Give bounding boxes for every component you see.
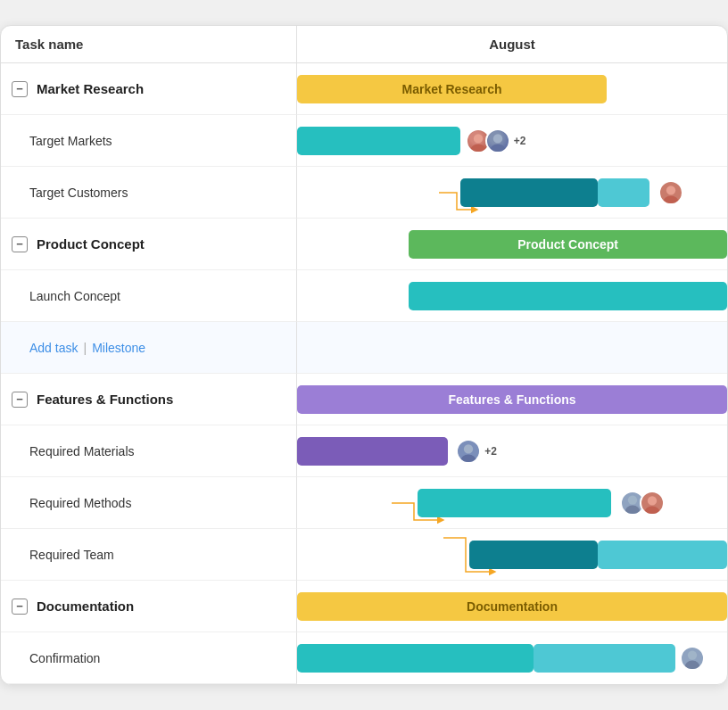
- avatar-2: [485, 128, 510, 153]
- task-label-required-team: Required Team: [29, 548, 114, 562]
- bar-row-launch-concept: [297, 270, 727, 322]
- gantt-bar-target-customers-2: [598, 178, 649, 207]
- collapse-icon-market-research[interactable]: −: [12, 81, 28, 97]
- svg-point-6: [464, 444, 473, 453]
- avatar-6: [640, 491, 665, 516]
- group-label-product-concept: Product Concept: [37, 236, 145, 252]
- add-task-row-right: [297, 322, 727, 374]
- group-documentation[interactable]: − Documentation: [1, 581, 297, 632]
- avatars-confirmation: [680, 646, 705, 671]
- gantt-bar-required-team: [469, 541, 599, 569]
- gantt-bar-market-research: Market Research: [297, 75, 607, 103]
- task-label-target-customers: Target Customers: [29, 186, 128, 200]
- divider: |: [83, 341, 87, 355]
- task-required-team: Required Team: [1, 529, 297, 581]
- task-launch-concept: Launch Concept: [1, 270, 297, 322]
- gantt-bar-launch-concept: [409, 282, 727, 310]
- avatar-4: [456, 439, 481, 464]
- task-target-customers: Target Customers: [1, 167, 297, 219]
- svg-point-5: [663, 195, 678, 205]
- gantt-bar-features-functions: Features & Functions: [297, 385, 727, 414]
- gantt-bar-required-materials: [297, 437, 448, 466]
- gantt-grid: Task name August − Market Research Marke…: [1, 26, 727, 684]
- gantt-bar-confirmation: [297, 644, 534, 673]
- collapse-icon-documentation[interactable]: −: [12, 599, 28, 615]
- svg-point-1: [470, 144, 485, 153]
- group-features-functions[interactable]: − Features & Functions: [1, 374, 297, 425]
- bar-row-target-markets: +2: [297, 115, 727, 167]
- avatars-target-markets: +2: [469, 128, 526, 153]
- avatars-required-methods: [620, 491, 665, 516]
- gantt-bar-confirmation-2: [534, 644, 675, 673]
- avatar-3: [658, 180, 683, 205]
- bar-documentation: Documentation: [297, 581, 727, 632]
- collapse-icon-features-functions[interactable]: −: [12, 392, 28, 408]
- bar-row-required-materials: +2: [297, 425, 727, 477]
- task-label-target-markets: Target Markets: [29, 134, 112, 148]
- gantt-bar-product-concept: Product Concept: [409, 230, 727, 259]
- date-col-header: August: [297, 26, 727, 63]
- avatar-7: [680, 646, 705, 671]
- milestone-link[interactable]: Milestone: [92, 341, 145, 355]
- svg-point-7: [461, 454, 476, 464]
- svg-point-12: [688, 650, 697, 659]
- gantt-bar-documentation: Documentation: [297, 592, 727, 621]
- task-required-materials: Required Materials: [1, 425, 297, 477]
- add-task-row-left: Add task | Milestone: [1, 322, 297, 374]
- task-confirmation: Confirmation: [1, 632, 297, 684]
- group-market-research[interactable]: − Market Research: [1, 63, 297, 115]
- task-label-required-materials: Required Materials: [29, 444, 135, 458]
- task-required-methods: Required Methods: [1, 477, 297, 529]
- svg-point-10: [647, 496, 656, 505]
- svg-point-4: [666, 186, 675, 194]
- bar-row-target-customers: [297, 167, 727, 219]
- svg-point-0: [474, 134, 483, 143]
- bar-row-required-methods: [297, 477, 727, 529]
- gantt-bar-required-team-2: [598, 541, 727, 569]
- task-label-confirmation: Confirmation: [29, 651, 100, 665]
- bar-features-functions: Features & Functions: [297, 374, 727, 425]
- svg-point-3: [490, 144, 505, 153]
- gantt-bar-required-methods: [418, 489, 611, 517]
- bar-row-required-team: [297, 529, 727, 581]
- svg-point-13: [684, 661, 699, 671]
- bar-product-concept: Product Concept: [297, 219, 727, 270]
- task-target-markets: Target Markets: [1, 115, 297, 167]
- avatars-target-customers: [658, 180, 683, 205]
- avatar-count-required-materials: +2: [484, 445, 497, 458]
- avatar-count-target-markets: +2: [514, 135, 526, 147]
- svg-point-11: [644, 506, 659, 516]
- avatars-required-materials: +2: [456, 439, 497, 464]
- svg-point-8: [627, 495, 636, 504]
- gantt-bar-target-customers: [460, 178, 598, 207]
- group-label-features-functions: Features & Functions: [37, 392, 173, 407]
- task-label-required-methods: Required Methods: [29, 496, 131, 510]
- svg-point-9: [625, 505, 640, 515]
- bar-row-confirmation: [297, 632, 727, 684]
- task-label-launch-concept: Launch Concept: [29, 289, 120, 303]
- group-product-concept[interactable]: − Product Concept: [1, 219, 297, 270]
- svg-point-2: [493, 134, 502, 143]
- group-label-documentation: Documentation: [37, 599, 134, 614]
- gantt-bar-target-markets: [297, 127, 460, 155]
- task-col-header: Task name: [1, 26, 297, 63]
- bar-market-research: Market Research: [297, 63, 727, 115]
- collapse-icon-product-concept[interactable]: −: [12, 236, 28, 252]
- add-task-link[interactable]: Add task: [29, 341, 78, 355]
- group-label-market-research: Market Research: [37, 81, 144, 96]
- gantt-container: Task name August − Market Research Marke…: [0, 25, 728, 685]
